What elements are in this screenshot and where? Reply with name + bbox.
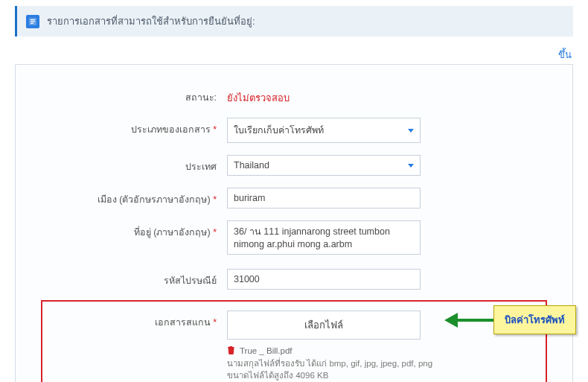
doc-type-value: ใบเรียกเก็บค่าโทรศัพท์: [234, 123, 324, 138]
required-mark: *: [213, 227, 217, 238]
row-address: ที่อยู่ (ภาษาอังกฤษ) * 36/ าน 111 injann…: [41, 220, 547, 257]
info-bar: รายการเอกสารที่สามารถใช้สำหรับการยืนยันท…: [15, 6, 573, 36]
label-status: สถานะ:: [41, 86, 227, 105]
svg-rect-3: [31, 22, 33, 23]
choose-file-button[interactable]: เลือกไฟล์: [227, 311, 421, 340]
file-info: True _ Bill.pdf นามสกุลไฟล์ที่รองรับ ได้…: [227, 346, 450, 381]
scroll-top-link-wrap: ขึ้น: [0, 47, 572, 63]
required-mark: *: [213, 194, 217, 205]
file-hint: นามสกุลไฟล์ที่รองรับ ได้แก่ bmp, gif, jp…: [227, 357, 450, 381]
label-scan: เอกสารสแกน *: [53, 311, 227, 330]
file-name-row: True _ Bill.pdf: [227, 346, 450, 356]
document-icon: [26, 15, 39, 28]
postal-input[interactable]: [227, 269, 421, 290]
value-status: ยังไม่ตรวจสอบ: [227, 86, 547, 106]
svg-rect-2: [31, 21, 35, 22]
label-address: ที่อยู่ (ภาษาอังกฤษ) *: [41, 220, 227, 240]
address-input[interactable]: 36/ าน 111 injannarong street tumbon nim…: [227, 220, 421, 255]
svg-rect-1: [31, 19, 35, 20]
annotation-callout: บิลค่าโทรศัพท์: [449, 305, 576, 334]
country-select[interactable]: Thailand: [227, 155, 421, 176]
label-country: ประเทศ: [41, 155, 227, 174]
city-input[interactable]: [227, 188, 421, 208]
required-mark: *: [213, 317, 217, 328]
row-status: สถานะ: ยังไม่ตรวจสอบ: [41, 86, 547, 106]
required-mark: *: [213, 124, 217, 135]
chevron-down-icon: [408, 164, 414, 168]
row-postal: รหัสไปรษณีย์: [41, 269, 547, 290]
row-country: ประเทศ Thailand: [41, 155, 547, 176]
trash-icon[interactable]: [227, 346, 235, 356]
country-value: Thailand: [234, 160, 269, 171]
label-doc-type: ประเภทของเอกสาร *: [41, 118, 227, 137]
info-bar-text: รายการเอกสารที่สามารถใช้สำหรับการยืนยันท…: [47, 13, 255, 29]
doc-type-select[interactable]: ใบเรียกเก็บค่าโทรศัพท์: [227, 118, 421, 143]
scroll-top-link[interactable]: ขึ้น: [558, 49, 572, 60]
label-city: เมือง (ตัวอักษรภาษาอังกฤษ) *: [41, 188, 227, 207]
chevron-down-icon: [408, 129, 414, 133]
row-doc-type: ประเภทของเอกสาร * ใบเรียกเก็บค่าโทรศัพท์: [41, 118, 547, 143]
callout-bubble: บิลค่าโทรศัพท์: [493, 305, 576, 334]
file-name: True _ Bill.pdf: [240, 346, 293, 355]
arrow-icon: [449, 313, 493, 327]
row-city: เมือง (ตัวอักษรภาษาอังกฤษ) *: [41, 188, 547, 208]
label-postal: รหัสไปรษณีย์: [41, 269, 227, 288]
